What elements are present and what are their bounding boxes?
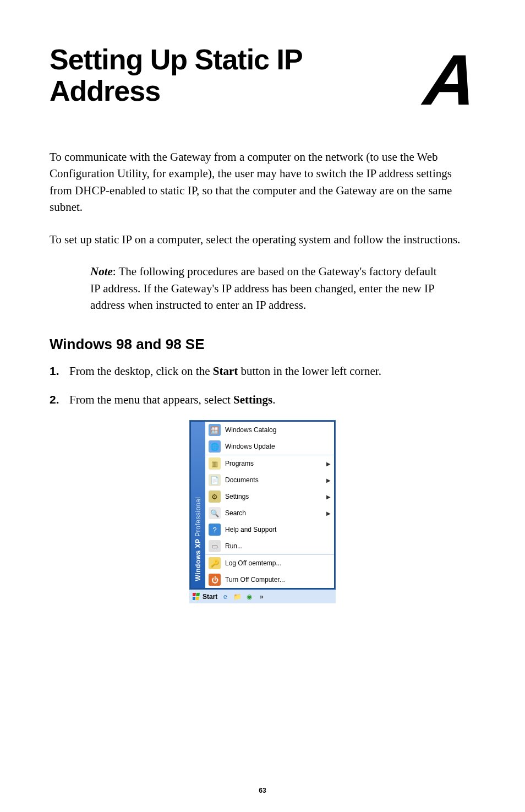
menu-item-settings[interactable]: ⚙ Settings ▶ bbox=[205, 488, 334, 505]
step-number: 1. bbox=[50, 363, 69, 379]
start-menu-inner: Windows XP Professional 🪟 Windows Catalo… bbox=[191, 422, 334, 588]
svg-rect-0 bbox=[193, 593, 196, 596]
documents-icon: 📄 bbox=[209, 474, 221, 486]
intro-paragraph-2: To set up static IP on a computer, selec… bbox=[50, 231, 475, 248]
step-text: From the desktop, click on the Start but… bbox=[69, 363, 475, 379]
chevron-right-icon: ▶ bbox=[326, 494, 331, 500]
menu-item-documents[interactable]: 📄 Documents ▶ bbox=[205, 472, 334, 488]
start-button-label: Start bbox=[203, 593, 217, 601]
note-text: : The following procedures are based on … bbox=[90, 265, 437, 312]
note-label: Note bbox=[90, 265, 113, 278]
menu-item-label: Turn Off Computer... bbox=[225, 576, 285, 584]
step-text-bold: Settings bbox=[233, 393, 272, 406]
start-menu-list: 🪟 Windows Catalog 🌐 Windows Update ▥ bbox=[205, 422, 334, 588]
taskbar-media-icon[interactable]: ◉ bbox=[245, 592, 254, 601]
settings-icon: ⚙ bbox=[209, 491, 221, 503]
sidebar-os-name: Windows XP bbox=[194, 539, 202, 581]
taskbar-explorer-icon[interactable]: 📁 bbox=[233, 592, 242, 601]
step-text-pre: From the menu that appears, select bbox=[69, 393, 233, 406]
menu-item-logoff[interactable]: 🔑 Log Off oemtemp... bbox=[205, 555, 334, 571]
menu-item-label: Windows Catalog bbox=[225, 426, 276, 434]
search-icon: 🔍 bbox=[209, 507, 221, 519]
svg-rect-2 bbox=[193, 597, 195, 600]
document-title: Setting Up Static IP Address bbox=[50, 44, 358, 107]
ordered-steps: 1. From the desktop, click on the Start … bbox=[50, 363, 475, 408]
svg-rect-3 bbox=[195, 597, 199, 600]
start-menu-bottom-section: 🔑 Log Off oemtemp... ⏻ Turn Off Computer… bbox=[205, 555, 334, 588]
title-row: Setting Up Static IP Address A bbox=[50, 44, 475, 116]
start-menu-outer: Windows XP Professional 🪟 Windows Catalo… bbox=[189, 420, 336, 590]
page-number: 63 bbox=[0, 787, 525, 794]
chevron-right-icon: ▶ bbox=[326, 477, 331, 483]
menu-item-label: Log Off oemtemp... bbox=[225, 559, 282, 567]
taskbar-chevrons-icon[interactable]: » bbox=[257, 592, 266, 601]
help-icon: ? bbox=[209, 524, 221, 536]
menu-item-label: Help and Support bbox=[225, 526, 276, 533]
step-text-pre: From the desktop, click on the bbox=[69, 364, 213, 378]
run-icon: ▭ bbox=[209, 540, 221, 552]
step-1: 1. From the desktop, click on the Start … bbox=[50, 363, 475, 379]
menu-item-windows-update[interactable]: 🌐 Windows Update bbox=[205, 438, 334, 455]
catalog-icon: 🪟 bbox=[209, 424, 221, 436]
update-icon: 🌐 bbox=[209, 440, 221, 453]
step-text-post: . bbox=[272, 393, 275, 406]
section-heading: Windows 98 and 98 SE bbox=[50, 336, 475, 353]
menu-item-label: Search bbox=[225, 509, 246, 517]
start-menu-window: Windows XP Professional 🪟 Windows Catalo… bbox=[189, 420, 336, 603]
chapter-letter: A bbox=[421, 44, 479, 116]
menu-item-label: Windows Update bbox=[225, 443, 275, 450]
menu-item-search[interactable]: 🔍 Search ▶ bbox=[205, 505, 334, 521]
step-text-bold: Start bbox=[213, 364, 238, 378]
menu-item-run[interactable]: ▭ Run... bbox=[205, 538, 334, 554]
menu-item-label: Settings bbox=[225, 493, 249, 500]
start-menu-sidebar-text: Windows XP Professional bbox=[194, 497, 202, 581]
step-text: From the menu that appears, select Setti… bbox=[69, 391, 475, 408]
menu-item-label: Documents bbox=[225, 476, 259, 484]
chevron-right-icon: ▶ bbox=[326, 510, 331, 516]
start-menu-sidebar: Windows XP Professional bbox=[191, 422, 205, 588]
step-text-post: button in the lower left corner. bbox=[238, 364, 381, 378]
step-number: 2. bbox=[50, 391, 69, 408]
taskbar: Start e 📁 ◉ » bbox=[189, 590, 336, 603]
menu-item-label: Programs bbox=[225, 460, 254, 467]
taskbar-ie-icon[interactable]: e bbox=[221, 592, 229, 601]
logoff-icon: 🔑 bbox=[209, 557, 221, 569]
power-icon: ⏻ bbox=[209, 574, 221, 586]
sidebar-os-edition: Professional bbox=[194, 497, 202, 539]
start-button[interactable]: Start bbox=[193, 593, 217, 601]
chevron-right-icon: ▶ bbox=[326, 461, 331, 467]
menu-item-label: Run... bbox=[225, 542, 243, 550]
note-block: Note: The following procedures are based… bbox=[90, 263, 442, 313]
start-menu-top-section: 🪟 Windows Catalog 🌐 Windows Update bbox=[205, 422, 334, 455]
intro-paragraph-1: To communicate with the Gateway from a c… bbox=[50, 149, 475, 216]
menu-item-windows-catalog[interactable]: 🪟 Windows Catalog bbox=[205, 422, 334, 438]
document-page: Setting Up Static IP Address A To commun… bbox=[0, 0, 525, 812]
windows-flag-icon bbox=[193, 593, 200, 601]
menu-item-programs[interactable]: ▥ Programs ▶ bbox=[205, 455, 334, 472]
svg-rect-1 bbox=[196, 593, 200, 596]
programs-icon: ▥ bbox=[209, 457, 221, 470]
step-2: 2. From the menu that appears, select Se… bbox=[50, 391, 475, 408]
menu-item-help[interactable]: ? Help and Support bbox=[205, 521, 334, 538]
figure-start-menu: Windows XP Professional 🪟 Windows Catalo… bbox=[50, 420, 475, 603]
menu-item-turnoff[interactable]: ⏻ Turn Off Computer... bbox=[205, 571, 334, 588]
start-menu-main-section: ▥ Programs ▶ 📄 Documents ▶ ⚙ bbox=[205, 455, 334, 555]
